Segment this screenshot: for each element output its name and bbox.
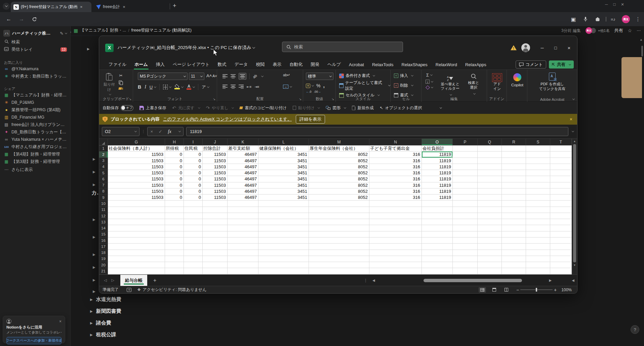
cell-I7[interactable]: 0: [184, 182, 203, 188]
sidebar-item-show-more[interactable]: ⋯ さらに表示: [0, 166, 70, 173]
row-header-13[interactable]: 13: [99, 219, 108, 225]
cell-T10[interactable]: [550, 201, 572, 207]
cell-T7[interactable]: [550, 182, 572, 188]
cell-M5[interactable]: 8052: [309, 170, 369, 176]
cell-R8[interactable]: [502, 188, 526, 194]
cell-I9[interactable]: 0: [184, 194, 203, 201]
cell-L5[interactable]: 3451: [258, 170, 309, 176]
phonetic-guide-button[interactable]: ア: [202, 84, 209, 90]
cell-G19[interactable]: [108, 256, 165, 262]
cell-P3[interactable]: [453, 158, 478, 164]
sidebar-shared-9[interactable]: ▦【第3期】財務・経理管理: [0, 158, 70, 165]
find-select-button[interactable]: 検索と 選択: [464, 73, 483, 96]
workspace-chevron-icon[interactable]: [65, 32, 67, 34]
account-avatar-icon[interactable]: [521, 43, 530, 52]
topbar-more-icon[interactable]: ⋯: [637, 28, 641, 33]
cell-O21[interactable]: [422, 268, 453, 274]
cell-R12[interactable]: [502, 213, 526, 219]
window-maximize-button[interactable]: □: [549, 41, 562, 54]
cell-P8[interactable]: [453, 188, 478, 194]
row-header-17[interactable]: 17: [99, 244, 108, 250]
cell-I18[interactable]: [184, 250, 203, 256]
window-close-button[interactable]: ×: [562, 41, 576, 54]
row-header-14[interactable]: 14: [99, 225, 108, 231]
cell-P2[interactable]: [453, 152, 478, 158]
cell-T15[interactable]: [550, 231, 572, 237]
align-middle-icon[interactable]: [231, 74, 236, 78]
collapsed-toggle-icon[interactable]: ▶: [93, 235, 95, 239]
cell-O9[interactable]: 11819: [422, 194, 453, 201]
cell-R1[interactable]: [502, 145, 526, 152]
column-header-T[interactable]: T: [550, 139, 572, 145]
cell-O13[interactable]: [422, 219, 453, 225]
cell-G21[interactable]: [108, 268, 165, 274]
cell-N2[interactable]: 316: [369, 152, 422, 158]
cell-P16[interactable]: [453, 237, 478, 244]
align-bottom-icon[interactable]: [239, 73, 246, 80]
warning-triangle-icon[interactable]: !: [511, 45, 517, 50]
font-dialog-launcher[interactable]: ↘: [213, 98, 215, 101]
cell-K17[interactable]: [228, 244, 258, 250]
cell-O18[interactable]: [422, 250, 453, 256]
formula-expand-icon[interactable]: [572, 130, 574, 132]
cell-O2[interactable]: 11819: [422, 152, 453, 158]
increase-decimal-icon[interactable]: ←.0: [306, 90, 312, 93]
cell-M13[interactable]: [309, 219, 369, 225]
cell-S15[interactable]: [526, 231, 550, 237]
undo-button[interactable]: ↶元に戻す: [172, 105, 200, 111]
autosum-icon[interactable]: Σ: [426, 73, 433, 78]
cell-G3[interactable]: 11503: [108, 158, 165, 164]
cell-S5[interactable]: [526, 170, 550, 176]
sidebar-shared-6[interactable]: ∞Yuta Nakamura × ハーメティック: [0, 136, 70, 143]
cell-H8[interactable]: 0: [165, 188, 184, 194]
number-dialog-launcher[interactable]: ↘: [331, 98, 334, 101]
ribbon-tab-ヘルプ[interactable]: ヘルプ: [323, 60, 345, 69]
cell-G5[interactable]: 11503: [108, 170, 165, 176]
ribbon-tab-ページ レイアウト[interactable]: ページ レイアウト: [169, 60, 214, 69]
cell-N4[interactable]: 316: [369, 164, 422, 170]
cell-S4[interactable]: [526, 164, 550, 170]
cell-L19[interactable]: [258, 256, 309, 262]
cell-J13[interactable]: [203, 219, 228, 225]
cell-R16[interactable]: [502, 237, 526, 244]
cell-S1[interactable]: [526, 145, 550, 152]
cell-O15[interactable]: [422, 231, 453, 237]
cell-R5[interactable]: [502, 170, 526, 176]
sidebar-item-search[interactable]: 検索: [0, 38, 70, 46]
sheet-menu-icon[interactable]: ⋮: [364, 278, 368, 283]
paste-button[interactable]: 貼り付け: [103, 73, 116, 96]
cell-P11[interactable]: [453, 207, 478, 213]
redo-button[interactable]: ↷やり直し: [206, 105, 234, 111]
cell-G15[interactable]: [108, 231, 165, 237]
new-tab-button[interactable]: +: [173, 2, 176, 9]
cell-S14[interactable]: [526, 225, 550, 231]
cell-H16[interactable]: [165, 237, 184, 244]
cell-M21[interactable]: [309, 268, 369, 274]
cell-T19[interactable]: [550, 256, 572, 262]
row-header-9[interactable]: 9: [99, 194, 108, 201]
cell-O17[interactable]: [422, 244, 453, 250]
cell-S9[interactable]: [526, 194, 550, 201]
browser-menu-icon[interactable]: ⋮: [634, 15, 642, 23]
cell-T16[interactable]: [550, 237, 572, 244]
cell-T18[interactable]: [550, 250, 572, 256]
cell-M2[interactable]: 8052: [309, 152, 369, 158]
sidebar-shared-5[interactable]: ✦DB_勤務日数トラッカー【JV】: [0, 128, 70, 136]
cell-S8[interactable]: [526, 188, 550, 194]
cell-K4[interactable]: 46497: [228, 164, 258, 170]
enter-icon[interactable]: ✓: [159, 129, 162, 134]
cell-Q4[interactable]: [478, 164, 502, 170]
cell-P18[interactable]: [453, 250, 478, 256]
cell-L9[interactable]: 3451: [258, 194, 309, 201]
cell-P5[interactable]: [453, 170, 478, 176]
copilot-button[interactable]: Copilot: [509, 73, 526, 87]
spreadsheet-grid[interactable]: GHIJKLMNOPQRST 1社会保険料（本人計）所得税住民税控除合計差引支給…: [99, 139, 572, 274]
scroll-down-icon[interactable]: ▼: [572, 264, 577, 267]
extension-screenshot-icon[interactable]: ▣: [569, 15, 577, 23]
breadcrumb-current[interactable]: freee登録マニュアル (動画解説): [131, 28, 192, 33]
cell-G14[interactable]: [108, 225, 165, 231]
cell-Q12[interactable]: [478, 213, 502, 219]
cell-S10[interactable]: [526, 201, 550, 207]
cell-N7[interactable]: 316: [369, 182, 422, 188]
cell-I3[interactable]: 0: [184, 158, 203, 164]
